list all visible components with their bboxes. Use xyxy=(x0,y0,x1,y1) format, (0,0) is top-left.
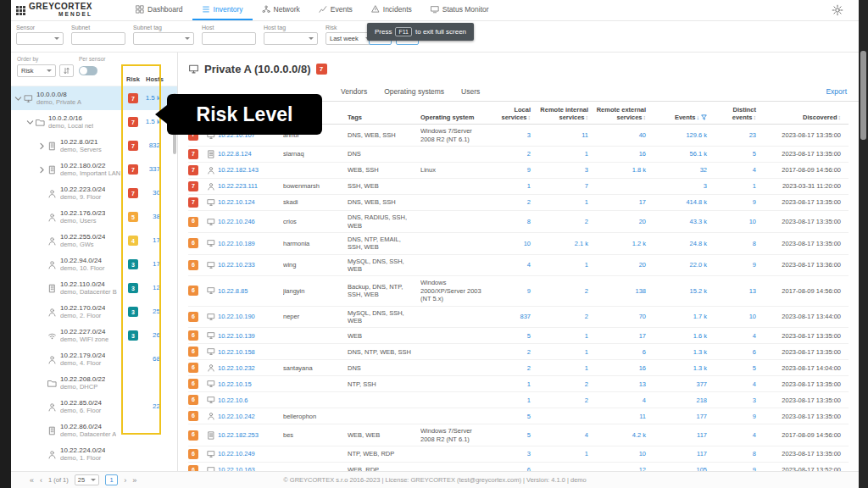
host-ip-link[interactable]: 10.22.10.189 xyxy=(218,240,255,247)
distinct-events-count[interactable]: 4 xyxy=(753,380,756,388)
pagination-last-button[interactable]: » xyxy=(132,476,136,485)
tab-operating-systems[interactable]: Operating systems xyxy=(376,87,453,101)
events-count[interactable]: 24.8 k xyxy=(690,240,707,247)
pagination-next-button[interactable]: › xyxy=(124,476,126,485)
distinct-events-count[interactable]: 6 xyxy=(753,348,756,356)
host-ip-link[interactable]: 10.22.10.232 xyxy=(218,364,255,372)
subnet-hosts-count[interactable]: 12 xyxy=(135,284,160,291)
local-services-count[interactable]: 1 xyxy=(527,396,531,404)
column-header-tags[interactable]: Tags xyxy=(348,114,420,121)
local-services-count[interactable]: 4 xyxy=(527,261,531,269)
remote-internal-services-count[interactable]: 2 xyxy=(585,380,588,388)
host-ip-link[interactable]: 10.22.10.124 xyxy=(218,198,255,206)
remote-internal-services-count[interactable]: 1 xyxy=(585,198,588,206)
host-ip-link[interactable]: 10.22.223.111 xyxy=(218,182,258,190)
remote-internal-services-count[interactable]: 2 xyxy=(585,313,588,320)
events-count[interactable]: 56.1 k xyxy=(690,150,707,158)
remote-internal-services-count[interactable]: 7 xyxy=(585,182,588,190)
sidebar-subnet-item[interactable]: 10.0.0.0/8demo, Private A71.5 k xyxy=(11,86,177,110)
table-row[interactable]: 710.22.10.124skadiDNS, WEB, SSH2117414.8… xyxy=(188,195,849,211)
local-services-count[interactable]: 837 xyxy=(520,313,531,320)
remote-external-services-count[interactable]: 20 xyxy=(639,261,646,269)
table-row[interactable]: 610.22.10.189harmoniaDNS, NTP, EMAIL, SS… xyxy=(188,233,849,255)
sidebar-subnet-item[interactable]: 10.0.2.0/16demo, Local net71.5 k xyxy=(11,110,177,134)
subnet-hosts-count[interactable]: 30 xyxy=(135,189,160,197)
per-sensor-toggle[interactable] xyxy=(79,66,97,75)
distinct-events-count[interactable]: 8 xyxy=(753,450,756,458)
local-services-count[interactable]: 1 xyxy=(527,380,531,388)
sensor-select[interactable] xyxy=(16,32,64,45)
distinct-events-count[interactable]: 8 xyxy=(753,240,756,247)
local-services-count[interactable]: 3 xyxy=(527,131,531,139)
distinct-events-count[interactable]: 5 xyxy=(753,364,756,372)
local-services-count[interactable]: 2 xyxy=(527,348,531,356)
host-ip-link[interactable]: 10.22.182.143 xyxy=(218,166,259,174)
subnet-hosts-count[interactable]: 26 xyxy=(135,331,160,339)
distinct-events-count[interactable]: 9 xyxy=(753,413,756,420)
remote-external-services-count[interactable]: 4 xyxy=(643,396,646,404)
sidebar-subnet-item[interactable]: 10.22.255.0/24demo, GWs417 xyxy=(11,229,177,252)
nav-item-inventory[interactable]: Inventory xyxy=(192,0,253,20)
table-row[interactable]: 610.22.182.253besWEB, WEBWindows 7/Serve… xyxy=(188,424,849,446)
remote-external-services-count[interactable]: 4.2 k xyxy=(632,431,646,439)
host-ip-link[interactable]: 10.22.10.242 xyxy=(218,413,255,420)
distinct-events-count[interactable]: 4 xyxy=(753,166,756,174)
table-row[interactable]: 610.22.10.15NTP, SSH121337742023-08-17 1… xyxy=(188,376,849,392)
sidebar-subnet-item[interactable]: 10.22.208.0/22demo, DHCP xyxy=(11,371,177,395)
table-row[interactable]: 610.22.10.190neperMySQL, DNS, SSH, WEB83… xyxy=(188,307,849,329)
host-ip-link[interactable]: 10.22.8.124 xyxy=(218,150,252,158)
remote-internal-services-count[interactable]: 1 xyxy=(585,261,588,269)
tab-users[interactable]: Users xyxy=(453,87,488,101)
sidebar-subnet-item[interactable]: 10.22.110.0/24demo, Datacenter B312 xyxy=(11,276,177,300)
remote-external-services-count[interactable]: 1.8 k xyxy=(632,166,646,174)
host-ip-link[interactable]: 10.22.10.190 xyxy=(218,313,255,320)
table-row[interactable]: 610.22.10.139WEB51171.6 k42023-08-17 13:… xyxy=(188,328,849,344)
events-count[interactable]: 32 xyxy=(700,166,707,174)
events-count[interactable]: 129.6 k xyxy=(686,131,707,139)
nav-item-network[interactable]: Network xyxy=(253,0,309,20)
distinct-events-count[interactable]: 4 xyxy=(753,332,756,340)
sidebar-subnet-item[interactable]: 10.22.179.0/24demo, 4. Floor68 xyxy=(11,347,177,371)
host-ip-link[interactable]: 10.22.10.233 xyxy=(218,261,255,269)
remote-internal-services-count[interactable]: 1 xyxy=(585,150,588,158)
remote-internal-services-count[interactable]: 1 xyxy=(585,348,588,356)
sort-direction-button[interactable] xyxy=(59,64,74,77)
local-services-count[interactable]: 3 xyxy=(527,450,531,458)
table-row[interactable]: 610.22.10.246criosDNS, RADIUS, SSH, WEB8… xyxy=(188,211,849,233)
nav-item-status-monitor[interactable]: Status Monitor xyxy=(421,0,498,20)
column-header-local[interactable]: Local services↕ xyxy=(492,106,537,121)
host-ip-link[interactable]: 10.22.10.139 xyxy=(218,332,255,340)
subnet-hosts-count[interactable]: 17 xyxy=(135,236,160,244)
remote-internal-services-count[interactable]: 1 xyxy=(585,450,588,458)
remote-external-services-count[interactable]: 20 xyxy=(639,218,646,225)
sidebar-subnet-item[interactable]: 10.22.85.0/24demo, 6. Floor22 xyxy=(11,395,177,419)
distinct-events-count[interactable]: 3 xyxy=(753,396,756,404)
remote-external-services-count[interactable]: 6 xyxy=(643,348,646,356)
sidebar-subnet-item[interactable]: 10.22.224.0/24demo, 1. Floor xyxy=(11,442,177,466)
sidebar-subnet-item[interactable]: 10.22.170.0/24demo, 2. Floor325 xyxy=(11,300,177,324)
table-row[interactable]: 610.22.10.158DNS, NTP, WEB, SSH2161.3 k6… xyxy=(188,344,849,360)
distinct-events-count[interactable]: 9 xyxy=(753,261,756,269)
local-services-count[interactable]: 10 xyxy=(524,240,531,247)
remote-internal-services-count[interactable]: 3 xyxy=(585,166,588,174)
column-header-events[interactable]: Events↓ xyxy=(653,114,714,121)
scrollbar-thumb[interactable] xyxy=(860,51,866,140)
remote-internal-services-count[interactable]: 1 xyxy=(585,364,588,372)
host-tag-select[interactable] xyxy=(264,32,318,45)
subnet-input[interactable] xyxy=(71,32,125,45)
sidebar-subnet-item[interactable]: 10.22.180.0/22demo, Important LAN7337 xyxy=(11,158,177,181)
host-input[interactable] xyxy=(202,32,256,45)
remote-external-services-count[interactable]: 70 xyxy=(639,313,646,320)
table-row[interactable]: 710.22.182.143WEB, SSHLinux931.8 k324201… xyxy=(188,163,849,179)
events-count[interactable]: 117 xyxy=(697,431,707,439)
table-row[interactable]: 610.22.10.249NTP, WEB, RDP311011782023-0… xyxy=(188,446,849,463)
events-count[interactable]: 377 xyxy=(696,380,707,388)
remote-internal-services-count[interactable]: 2.1 k xyxy=(575,240,588,247)
host-ip-link[interactable]: 10.22.182.253 xyxy=(218,431,259,439)
events-count[interactable]: 3 xyxy=(704,182,707,190)
subnet-hosts-count[interactable]: 68 xyxy=(135,355,160,363)
local-services-count[interactable]: 9 xyxy=(527,287,531,295)
column-header-os[interactable]: Operating system xyxy=(420,114,492,121)
host-ip-link[interactable]: 10.22.10.249 xyxy=(218,450,255,458)
remote-external-services-count[interactable]: 16 xyxy=(639,364,646,372)
